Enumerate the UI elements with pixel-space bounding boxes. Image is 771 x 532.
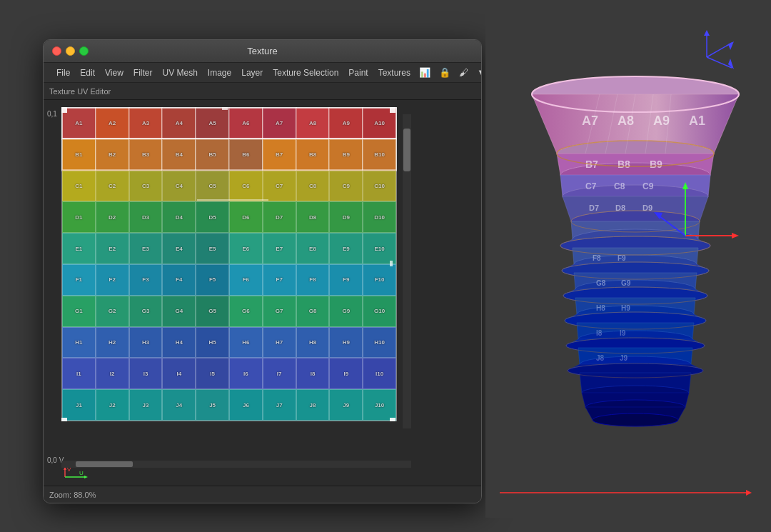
uv-cell-H8[interactable]: H8 — [296, 327, 330, 358]
uv-cell-I7[interactable]: I7 — [263, 358, 296, 389]
uv-cell-E5[interactable]: E5 — [196, 233, 229, 264]
uv-cell-D5[interactable]: D5 — [196, 201, 229, 233]
uv-cell-F1[interactable]: F1 — [62, 264, 96, 296]
uv-cell-A2[interactable]: A2 — [96, 108, 129, 139]
uv-cell-I9[interactable]: I9 — [329, 358, 363, 389]
uv-cell-J8[interactable]: J8 — [296, 389, 330, 421]
uv-cell-A1[interactable]: A1 — [62, 108, 96, 139]
uv-cell-A10[interactable]: A10 — [363, 108, 396, 139]
uv-cell-I10[interactable]: I10 — [363, 358, 396, 389]
menu-view[interactable]: View — [101, 66, 128, 79]
uv-cell-A6[interactable]: A6 — [229, 108, 263, 139]
uv-grid[interactable]: A1A2A3A4A5A6A7A8A9A10B1B2B3B4B5B6B7B8B9B… — [61, 107, 397, 421]
uv-cell-F5[interactable]: F5 — [196, 264, 229, 296]
uv-cell-A3[interactable]: A3 — [129, 108, 163, 139]
uv-editor-area[interactable]: 0,1 A1A2A3A4A5A6A7A8A9A10B1B2B3B4B5B6B7B… — [44, 100, 481, 486]
uv-cell-G7[interactable]: G7 — [263, 296, 296, 327]
uv-cell-A5[interactable]: A5 — [196, 108, 229, 139]
uv-cell-E6[interactable]: E6 — [229, 233, 263, 264]
menu-filter[interactable]: Filter — [129, 66, 157, 79]
uv-cell-J9[interactable]: J9 — [329, 389, 363, 421]
uv-cell-C6[interactable]: C6 — [229, 171, 263, 202]
uv-cell-G3[interactable]: G3 — [129, 296, 163, 327]
menu-uvmesh[interactable]: UV Mesh — [158, 66, 202, 79]
uv-cell-G5[interactable]: G5 — [196, 296, 229, 327]
uv-cell-B7[interactable]: B7 — [263, 139, 296, 171]
lock-icon[interactable]: 🔒 — [436, 66, 453, 79]
uv-cell-D3[interactable]: D3 — [129, 201, 163, 233]
uv-cell-J7[interactable]: J7 — [263, 389, 296, 421]
scrollbar-h-thumb[interactable] — [76, 461, 133, 467]
uv-cell-J5[interactable]: J5 — [196, 389, 229, 421]
menu-layer[interactable]: Layer — [237, 66, 267, 79]
uv-cell-F10[interactable]: F10 — [363, 264, 396, 296]
minimize-button[interactable] — [66, 46, 75, 56]
uv-cell-C8[interactable]: C8 — [296, 171, 330, 202]
uv-cell-D4[interactable]: D4 — [162, 201, 196, 233]
uv-cell-F6[interactable]: F6 — [229, 264, 263, 296]
uv-cell-I6[interactable]: I6 — [229, 358, 263, 389]
uv-cell-G1[interactable]: G1 — [62, 296, 96, 327]
uv-cell-C10[interactable]: C10 — [363, 171, 396, 202]
uv-cell-H10[interactable]: H10 — [363, 327, 396, 358]
uv-cell-I1[interactable]: I1 — [62, 358, 96, 389]
uv-cell-I2[interactable]: I2 — [96, 358, 129, 389]
uv-cell-B2[interactable]: B2 — [96, 139, 129, 171]
menu-image[interactable]: Image — [203, 66, 236, 79]
uv-cell-C5[interactable]: C5 — [196, 171, 229, 202]
uv-cell-H6[interactable]: H6 — [229, 327, 263, 358]
uv-cell-B4[interactable]: B4 — [162, 139, 196, 171]
uv-cell-D10[interactable]: D10 — [363, 201, 396, 233]
uv-cell-A9[interactable]: A9 — [329, 108, 363, 139]
uv-cell-J3[interactable]: J3 — [129, 389, 163, 421]
uv-cell-B3[interactable]: B3 — [129, 139, 163, 171]
scrollbar-horizontal[interactable] — [61, 461, 411, 468]
menu-paint[interactable]: Paint — [344, 66, 372, 79]
menu-edit[interactable]: Edit — [76, 66, 99, 79]
viewport-3d[interactable]: A7 A8 A9 A1 B7 B8 B9 C7 C8 C9 D7 D8 D9 — [485, 14, 764, 518]
uv-cell-E1[interactable]: E1 — [62, 233, 96, 264]
uv-cell-H4[interactable]: H4 — [162, 327, 196, 358]
uv-cell-D8[interactable]: D8 — [296, 201, 330, 233]
uv-cell-D7[interactable]: D7 — [263, 201, 296, 233]
uv-cell-F2[interactable]: F2 — [96, 264, 129, 296]
uv-cell-G10[interactable]: G10 — [363, 296, 396, 327]
uv-cell-H9[interactable]: H9 — [329, 327, 363, 358]
uv-cell-E3[interactable]: E3 — [129, 233, 163, 264]
uv-cell-I3[interactable]: I3 — [129, 358, 163, 389]
menu-file[interactable]: File — [52, 66, 74, 79]
uv-cell-G4[interactable]: G4 — [162, 296, 196, 327]
uv-cell-C2[interactable]: C2 — [96, 171, 129, 202]
uv-cell-G9[interactable]: G9 — [329, 296, 363, 327]
uv-cell-A7[interactable]: A7 — [263, 108, 296, 139]
uv-cell-A8[interactable]: A8 — [296, 108, 330, 139]
scrollbar-vertical[interactable] — [403, 114, 411, 428]
menu-textures[interactable]: Textures — [374, 66, 415, 79]
uv-cell-C3[interactable]: C3 — [129, 171, 163, 202]
uv-cell-C7[interactable]: C7 — [263, 171, 296, 202]
uv-cell-B1[interactable]: B1 — [62, 139, 96, 171]
uv-cell-A4[interactable]: A4 — [162, 108, 196, 139]
uv-cell-B8[interactable]: B8 — [296, 139, 330, 171]
uv-cell-J2[interactable]: J2 — [96, 389, 129, 421]
uv-cell-B9[interactable]: B9 — [329, 139, 363, 171]
uv-cell-E4[interactable]: E4 — [162, 233, 196, 264]
uv-cell-I8[interactable]: I8 — [296, 358, 330, 389]
uv-cell-F8[interactable]: F8 — [296, 264, 330, 296]
uv-cell-D2[interactable]: D2 — [96, 201, 129, 233]
scrollbar-v-thumb[interactable] — [403, 129, 410, 171]
uv-cell-C1[interactable]: C1 — [62, 171, 96, 202]
uv-cell-B6[interactable]: B6 — [229, 139, 263, 171]
uv-cell-C4[interactable]: C4 — [162, 171, 196, 202]
uv-cell-F3[interactable]: F3 — [129, 264, 163, 296]
uv-cell-I5[interactable]: I5 — [196, 358, 229, 389]
uv-cell-G8[interactable]: G8 — [296, 296, 330, 327]
uv-cell-E10[interactable]: E10 — [363, 233, 396, 264]
uv-cell-E7[interactable]: E7 — [263, 233, 296, 264]
uv-cell-J10[interactable]: J10 — [363, 389, 396, 421]
uv-cell-H1[interactable]: H1 — [62, 327, 96, 358]
uv-cell-G6[interactable]: G6 — [229, 296, 263, 327]
uv-cell-C9[interactable]: C9 — [329, 171, 363, 202]
uv-cell-J6[interactable]: J6 — [229, 389, 263, 421]
uv-cell-F4[interactable]: F4 — [162, 264, 196, 296]
